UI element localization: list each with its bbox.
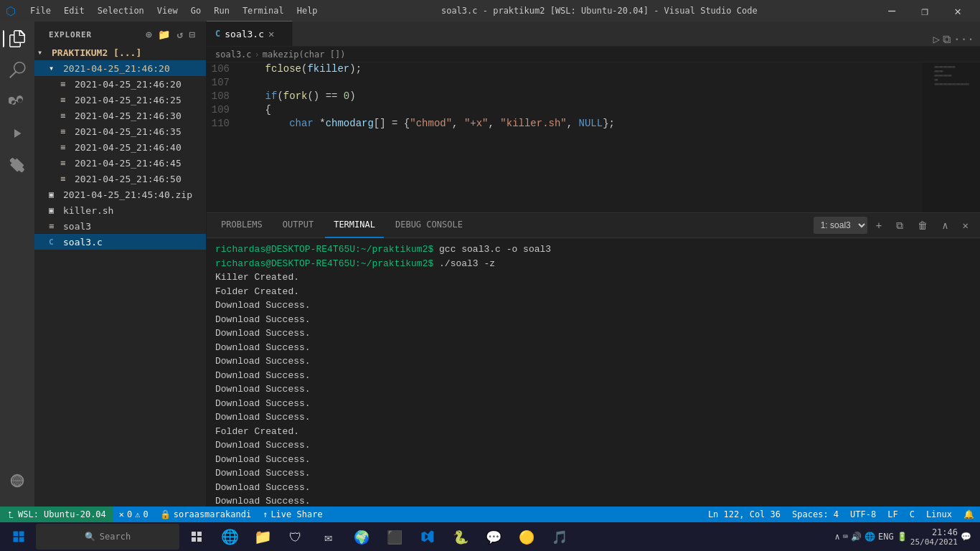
list-item[interactable]: C soal3.c — [34, 234, 206, 250]
close-panel-icon[interactable]: ✕ — [957, 218, 974, 232]
list-item[interactable]: ≡ 2021-04-25_21:46:35 — [34, 123, 206, 139]
status-spaces[interactable]: Spaces: 4 — [786, 507, 844, 522]
breadcrumb-file[interactable]: soal3.c — [215, 50, 252, 60]
taskbar-line[interactable]: 💬 — [478, 524, 509, 550]
close-button[interactable]: ✕ — [941, 0, 974, 22]
status-live-share[interactable]: ↑ Live Share — [257, 507, 328, 522]
taskview-button[interactable] — [181, 524, 212, 550]
list-item[interactable]: ≡ 2021-04-25_21:46:30 — [34, 108, 206, 123]
refresh-icon[interactable]: ↺ — [175, 27, 184, 42]
taskbar-python[interactable]: 🐍 — [445, 524, 476, 550]
taskbar-mail[interactable]: ✉ — [313, 524, 344, 550]
terminal-content[interactable]: richardas@DESKTOP-RE4T65U:~/praktikum2$ … — [207, 238, 980, 535]
taskbar-store[interactable]: 🛡 — [280, 524, 311, 550]
menu-view[interactable]: View — [151, 4, 184, 17]
tab-terminal[interactable]: TERMINAL — [325, 213, 384, 238]
tray-keyboard-icon[interactable]: ⌨ — [843, 532, 848, 542]
list-item[interactable]: ≡ 2021-04-25_21:46:40 — [34, 139, 206, 155]
collapse-icon[interactable]: ⊟ — [188, 27, 197, 42]
more-actions-icon[interactable]: ··· — [953, 32, 974, 46]
new-file-icon[interactable]: ⊕ — [144, 27, 154, 42]
chevron-down-icon: ▾ — [37, 47, 49, 57]
list-item[interactable]: ≡ 2021-04-25_21:46:20 — [34, 76, 206, 92]
taskbar-edge[interactable]: 🌐 — [214, 524, 245, 550]
list-item[interactable]: ≡ soal3 — [34, 218, 206, 234]
tab-output[interactable]: OUTPUT — [274, 213, 322, 238]
tree-root-folder[interactable]: ▾ PRAKTIKUM2 [...] — [34, 44, 206, 60]
status-line-ending[interactable]: LF — [882, 507, 903, 522]
terminal-output-16: Download Success. — [215, 481, 971, 495]
maximize-button[interactable]: ❐ — [908, 0, 941, 22]
taskbar-terminal[interactable]: ⬛ — [379, 524, 410, 550]
tree-folder-2021[interactable]: ▾ 2021-04-25_21:46:20 — [34, 60, 206, 76]
tab-bar: C soal3.c ✕ ▷ ⧉ ··· — [207, 22, 980, 47]
status-errors[interactable]: ✕ 0 ⚠ 0 — [113, 507, 154, 522]
tray-speaker-icon[interactable]: 🔊 — [851, 532, 862, 542]
svg-rect-2 — [19, 532, 24, 537]
start-button[interactable] — [3, 524, 34, 550]
new-folder-icon[interactable]: 📁 — [156, 27, 172, 42]
minimize-button[interactable]: ─ — [875, 0, 908, 22]
kill-terminal-icon[interactable]: 🗑 — [912, 218, 933, 232]
menu-bar: File Edit Selection View Go Run Terminal… — [24, 4, 324, 17]
breadcrumb-function[interactable]: makezip(char []) — [263, 50, 346, 60]
activity-explorer[interactable] — [3, 24, 32, 53]
menu-edit[interactable]: Edit — [58, 4, 90, 17]
tray-up-icon[interactable]: ∧ — [835, 532, 840, 542]
taskbar-vlc[interactable]: 🟡 — [511, 524, 542, 550]
activity-extensions[interactable] — [3, 151, 32, 179]
status-notifications[interactable]: 🔔 — [958, 507, 980, 522]
tray-network-icon[interactable]: 🌐 — [864, 532, 875, 542]
status-position[interactable]: Ln 122, Col 36 — [702, 507, 786, 522]
run-icon[interactable]: ▷ — [933, 32, 940, 46]
tab-debug-console[interactable]: DEBUG CONSOLE — [387, 213, 471, 238]
list-item[interactable]: ≡ 2021-04-25_21:46:45 — [34, 155, 206, 171]
code-content[interactable]: fclose(fkiller); if(fork() == 0) { char … — [235, 62, 923, 212]
status-os[interactable]: Linux — [920, 507, 958, 522]
taskbar-ubuntu[interactable]: 🌍 — [346, 524, 377, 550]
menu-go[interactable]: Go — [185, 4, 207, 17]
list-item[interactable]: ≡ 2021-04-25_21:46:50 — [34, 171, 206, 187]
terminal-output-12: Folder Created. — [215, 425, 971, 439]
taskbar-search[interactable]: 🔍 Search — [36, 524, 179, 550]
clock[interactable]: 21:46 25/04/2021 — [910, 527, 958, 547]
tab-close-button[interactable]: ✕ — [268, 28, 274, 39]
terminal-selector[interactable]: 1: soal3 — [814, 217, 867, 234]
menu-run[interactable]: Run — [208, 4, 235, 17]
svg-rect-6 — [197, 532, 202, 536]
status-user[interactable]: 🔒 soraasmarakandi — [154, 507, 257, 522]
menu-help[interactable]: Help — [291, 4, 324, 17]
activity-remote[interactable] — [3, 466, 32, 495]
notifications-icon[interactable]: 💬 — [961, 532, 971, 542]
maximize-panel-icon[interactable]: ∧ — [936, 218, 953, 232]
taskbar-explorer[interactable]: 📁 — [247, 524, 278, 550]
status-language[interactable]: C — [904, 507, 920, 522]
menu-file[interactable]: File — [24, 4, 57, 17]
list-item[interactable]: ▣ killer.sh — [34, 202, 206, 218]
activity-run[interactable] — [3, 119, 32, 148]
split-editor-icon[interactable]: ⧉ — [943, 32, 951, 46]
code-line-106: fclose(fkiller); — [241, 62, 923, 76]
activity-search[interactable] — [3, 56, 32, 85]
svg-rect-3 — [14, 537, 19, 542]
tab-problems[interactable]: PROBLEMS — [212, 213, 271, 238]
main-layout: Explorer ⊕ 📁 ↺ ⊟ ▾ PRAKTIKUM2 [...] ▾ 20… — [0, 22, 980, 535]
list-item[interactable]: ≡ 2021-04-25_21:46:25 — [34, 92, 206, 108]
menu-terminal[interactable]: Terminal — [237, 4, 290, 17]
taskbar-vscode[interactable] — [412, 524, 443, 550]
tab-soal3c[interactable]: C soal3.c ✕ — [207, 21, 293, 46]
list-item[interactable]: ▣ 2021-04-25_21:45:40.zip — [34, 187, 206, 202]
split-terminal-icon[interactable]: ⧉ — [890, 218, 909, 233]
new-terminal-icon[interactable]: + — [870, 218, 887, 232]
code-editor[interactable]: 106 107 108 109 110 fclose(fkiller); if(… — [207, 62, 980, 212]
warning-icon: ⚠ — [135, 509, 140, 519]
status-encoding[interactable]: UTF-8 — [844, 507, 882, 522]
lang-label[interactable]: ENG — [878, 532, 894, 542]
zip-icon: ≡ — [60, 110, 72, 121]
terminal-line-2: richardas@DESKTOP-RE4T65U:~/praktikum2$ … — [215, 257, 971, 271]
taskbar-app[interactable]: 🎵 — [544, 524, 575, 550]
menu-selection[interactable]: Selection — [92, 4, 150, 17]
activity-source-control[interactable] — [3, 88, 32, 116]
status-wsl[interactable]: ⮤ WSL: Ubuntu-20.04 — [0, 507, 113, 522]
window-title: soal3.c - praktikum2 [WSL: Ubuntu-20.04]… — [324, 6, 875, 16]
